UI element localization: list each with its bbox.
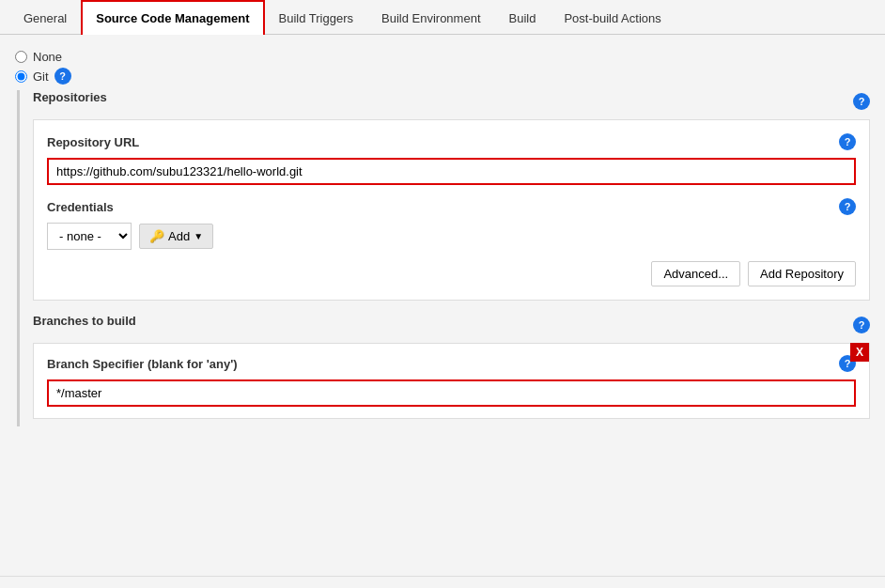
credentials-select[interactable]: - none -	[47, 223, 132, 250]
footer: Save Apply Add Branch	[0, 576, 885, 588]
branch-specifier-row: Branch Specifier (blank for 'any') ?	[47, 355, 856, 372]
branches-section: Branches to build ? X Branch Specifier (…	[33, 314, 870, 419]
tab-bar: General Source Code Management Build Tri…	[0, 0, 885, 35]
repositories-label: Repositories	[33, 90, 107, 104]
repo-url-help-icon[interactable]: ?	[839, 133, 856, 150]
advanced-button[interactable]: Advanced...	[651, 261, 740, 286]
tab-source-code[interactable]: Source Code Management	[81, 0, 264, 35]
credentials-help-icon[interactable]: ?	[839, 198, 856, 215]
scm-radio-group: None Git ?	[15, 50, 870, 85]
tab-post-build[interactable]: Post-build Actions	[550, 1, 675, 35]
branch-specifier-label: Branch Specifier (blank for 'any')	[47, 357, 238, 371]
branches-help-icon[interactable]: ?	[853, 317, 870, 333]
repo-url-input[interactable]	[47, 158, 856, 185]
radio-git[interactable]: Git ?	[15, 68, 870, 85]
branch-specifier-input[interactable]	[47, 379, 856, 407]
branches-label: Branches to build	[33, 314, 136, 328]
tab-build-triggers[interactable]: Build Triggers	[265, 1, 367, 35]
credentials-label: Credentials	[47, 200, 114, 214]
dropdown-arrow-icon: ▼	[194, 231, 203, 241]
repo-action-btns: Advanced... Add Repository	[47, 261, 856, 286]
tab-general[interactable]: General	[9, 1, 81, 35]
repositories-header: Repositories ?	[33, 90, 870, 112]
repo-url-row: Repository URL ?	[47, 133, 856, 150]
radio-git-label: Git	[33, 70, 49, 84]
radio-none-input[interactable]	[15, 51, 27, 63]
radio-none-label: None	[33, 50, 62, 64]
credentials-row-header: Credentials ?	[47, 198, 856, 215]
radio-none[interactable]: None	[15, 50, 870, 64]
content-area: None Git ? Repositories ? Repository URL…	[0, 35, 885, 561]
tab-build[interactable]: Build	[495, 1, 551, 35]
branch-close-button[interactable]: X	[850, 343, 869, 362]
repositories-help-icon[interactable]: ?	[853, 93, 870, 110]
tab-build-env[interactable]: Build Environment	[367, 1, 495, 35]
add-credentials-button[interactable]: 🔑 Add ▼	[139, 224, 213, 249]
git-help-icon[interactable]: ?	[54, 68, 71, 85]
radio-git-input[interactable]	[15, 70, 27, 83]
repo-url-label: Repository URL	[47, 135, 139, 149]
credentials-controls: - none - 🔑 Add ▼	[47, 223, 856, 250]
repository-card: Repository URL ? Credentials ? - none -	[33, 119, 870, 301]
branches-header: Branches to build ?	[33, 314, 870, 335]
git-section: Repositories ? Repository URL ? Credenti…	[17, 90, 870, 426]
key-icon: 🔑	[149, 229, 164, 243]
branch-card: X Branch Specifier (blank for 'any') ?	[33, 343, 870, 419]
add-repository-button[interactable]: Add Repository	[748, 261, 856, 286]
